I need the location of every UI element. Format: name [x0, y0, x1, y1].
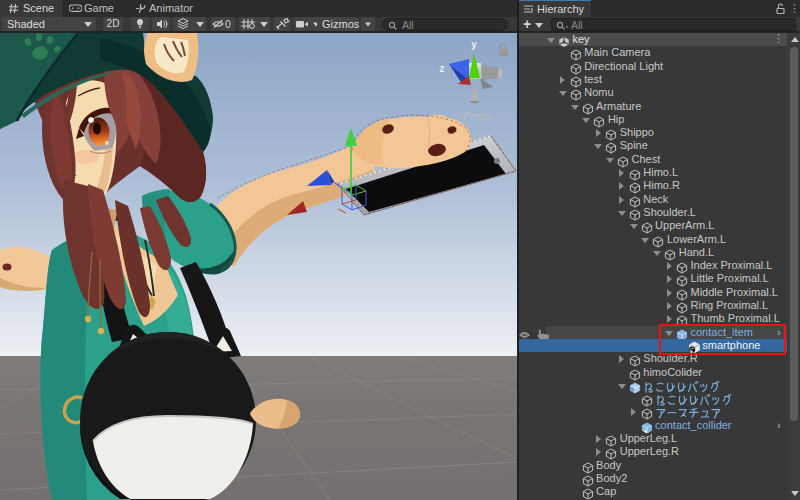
svg-text:Persp: Persp	[463, 110, 491, 122]
svg-text:y: y	[471, 39, 477, 50]
svg-text:z: z	[440, 63, 445, 74]
svg-text:0: 0	[225, 19, 231, 30]
